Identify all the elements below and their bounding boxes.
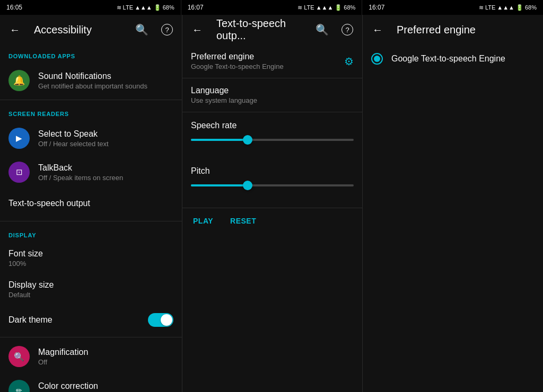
toggle-knob [161, 314, 172, 326]
pitch-label: Pitch [191, 166, 354, 176]
select-to-speak-icon: ▶ [8, 128, 30, 149]
engine-panel-title: Preferred engine [397, 24, 539, 36]
status-bar: 16:05 ≋ LTE ▲▲▲ 🔋 68% 16:07 ≋ LTE ▲▲▲ 🔋 … [0, 0, 543, 15]
font-size-title: Font size [8, 249, 173, 259]
search-icon-1: 🔍 [135, 23, 148, 36]
back-icon-3: ← [372, 24, 383, 36]
battery-pct-2: 68% [344, 4, 355, 11]
speech-rate-fill [191, 139, 248, 141]
section-header-display: Display [0, 224, 182, 243]
tts-title: Text-to-speech output [8, 199, 173, 208]
tts-panel: ← Text-to-speech outp... 🔍 ? Preferred e… [182, 15, 363, 392]
battery-3: 🔋 [516, 4, 523, 11]
language-item[interactable]: Language Use system language [182, 78, 362, 112]
play-button[interactable]: Play [191, 212, 215, 229]
time-panel2: 16:07 [188, 4, 204, 11]
search-button-1[interactable]: 🔍 [131, 19, 152, 40]
talkback-title: TalkBack [38, 163, 173, 173]
color-correction-text: Color correction Off [38, 381, 173, 393]
lte-label-3: LTE [485, 4, 495, 11]
list-item-font-size[interactable]: Font size 100% [0, 243, 182, 274]
accessibility-panel: ← Accessibility 🔍 ? Downloaded Apps 🔔 So… [0, 15, 182, 392]
sound-notifications-icon: 🔔 [8, 70, 30, 91]
engine-panel: ← Preferred engine Google Text-to-speech… [363, 15, 543, 392]
dark-theme-row[interactable]: Dark theme [0, 305, 182, 335]
pitch-thumb [243, 181, 252, 190]
magnification-icon: 🔍 [8, 346, 30, 367]
tts-buttons-row: Play Reset [182, 208, 362, 234]
magnification-title: Magnification [38, 348, 173, 357]
color-correction-title: Color correction [38, 381, 173, 391]
signal-bars-3: ▲▲▲ [497, 4, 514, 11]
help-icon-2: ? [341, 24, 353, 35]
talkback-subtitle: Off / Speak items on screen [38, 174, 173, 182]
accessibility-title: Accessibility [34, 24, 127, 36]
pitch-fill [191, 184, 248, 186]
lte-label-1: LTE [123, 4, 133, 11]
search-button-2[interactable]: 🔍 [311, 19, 332, 40]
sound-notifications-subtitle: Get notified about important sounds [38, 82, 173, 90]
engine-list-item[interactable]: Google Text-to-speech Engine [363, 44, 543, 73]
speech-rate-slider[interactable] [191, 139, 354, 141]
divider-2 [0, 221, 182, 221]
panels-container: ← Accessibility 🔍 ? Downloaded Apps 🔔 So… [0, 15, 543, 392]
speech-rate-label: Speech rate [191, 121, 354, 130]
list-item-magnification[interactable]: 🔍 Magnification Off [0, 340, 182, 373]
engine-toolbar: ← Preferred engine [363, 15, 543, 44]
engine-name: Google Text-to-speech Engine [391, 54, 505, 64]
signal-icon-2: ≋ [297, 4, 302, 11]
list-item-color-correction[interactable]: ✏ Color correction Off [0, 373, 182, 392]
display-size-subtitle: Default [8, 291, 173, 299]
back-button-3[interactable]: ← [367, 19, 388, 40]
dark-theme-label: Dark theme [8, 315, 52, 325]
preferred-engine-value: Google Text-to-speech Engine [191, 63, 284, 70]
battery-1: 🔋 [154, 4, 161, 11]
back-button-1[interactable]: ← [4, 19, 25, 40]
pitch-slider[interactable] [191, 184, 354, 186]
color-correction-icon: ✏ [8, 380, 30, 392]
battery-2: 🔋 [335, 4, 342, 11]
tts-toolbar: ← Text-to-speech outp... 🔍 ? [182, 15, 362, 44]
accessibility-toolbar: ← Accessibility 🔍 ? [0, 15, 182, 44]
gear-icon[interactable]: ⚙ [344, 55, 354, 68]
preferred-engine-label: Preferred engine [191, 52, 284, 61]
radio-button-selected [371, 53, 383, 65]
dark-theme-toggle[interactable] [148, 313, 173, 327]
help-button-2[interactable]: ? [337, 19, 358, 40]
font-size-subtitle: 100% [8, 260, 173, 268]
list-item-sound-notifications[interactable]: 🔔 Sound Notifications Get notified about… [0, 64, 182, 97]
list-item-display-size[interactable]: Display size Default [0, 274, 182, 305]
font-size-text: Font size 100% [8, 249, 173, 268]
status-panel2: 16:07 ≋ LTE ▲▲▲ 🔋 68% [181, 0, 362, 15]
select-to-speak-title: Select to Speak [38, 129, 173, 139]
signal-icon-3: ≋ [479, 4, 484, 11]
back-icon-2: ← [192, 24, 203, 36]
tts-text: Text-to-speech output [8, 199, 173, 209]
preferred-engine-item[interactable]: Preferred engine Google Text-to-speech E… [182, 44, 362, 78]
section-header-downloaded: Downloaded Apps [0, 44, 182, 64]
back-icon-1: ← [10, 24, 20, 36]
list-item-select-to-speak[interactable]: ▶ Select to Speak Off / Hear selected te… [0, 121, 182, 155]
sound-notifications-title: Sound Notifications [38, 72, 173, 81]
help-button-1[interactable]: ? [156, 19, 178, 40]
list-item-talkback[interactable]: ⊡ TalkBack Off / Speak items on screen [0, 155, 182, 189]
back-button-2[interactable]: ← [187, 19, 208, 40]
tts-panel-title: Text-to-speech outp... [216, 17, 307, 42]
radio-inner [374, 56, 380, 62]
time-panel1: 16:05 [6, 4, 22, 11]
lte-label-2: LTE [304, 4, 314, 11]
status-panel3: 16:07 ≋ LTE ▲▲▲ 🔋 68% [362, 0, 543, 15]
language-text: Language Use system language [191, 86, 257, 104]
magnification-subtitle: Off [38, 358, 173, 366]
divider-1 [0, 100, 182, 100]
talkback-text: TalkBack Off / Speak items on screen [38, 163, 173, 182]
speech-rate-thumb [243, 135, 252, 145]
select-to-speak-text: Select to Speak Off / Hear selected text [38, 129, 173, 148]
time-panel3: 16:07 [369, 4, 384, 11]
reset-button[interactable]: Reset [228, 212, 258, 229]
signal-bars-1: ▲▲▲ [135, 4, 152, 11]
list-item-text-to-speech[interactable]: Text-to-speech output [0, 189, 182, 219]
battery-pct-3: 68% [525, 4, 537, 11]
language-label: Language [191, 86, 257, 95]
sound-notifications-text: Sound Notifications Get notified about i… [38, 72, 173, 90]
